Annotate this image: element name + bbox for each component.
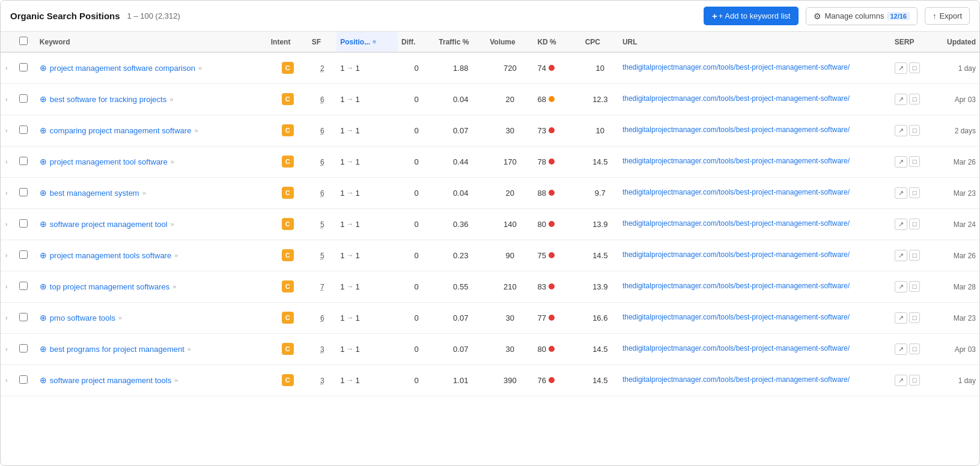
url-link[interactable]: thedigitalprojectmanager.com/tools/best-… [622, 219, 887, 229]
manage-columns-button[interactable]: ⚙ Manage columns 12/16 [806, 7, 918, 25]
row-keyword-cell: ⊕ project management tool software » [36, 146, 267, 177]
row-kd-cell: 78 [534, 146, 581, 177]
serp-external-link-button[interactable]: ↗ [895, 156, 907, 168]
url-link[interactable]: thedigitalprojectmanager.com/tools/best-… [622, 126, 887, 135]
url-link[interactable]: thedigitalprojectmanager.com/tools/best-… [622, 250, 887, 260]
th-diff[interactable]: Diff. [398, 32, 435, 52]
keyword-link[interactable]: pmo software tools [50, 313, 115, 322]
serp-external-link-button[interactable]: ↗ [895, 94, 907, 105]
expand-row-button[interactable]: › [4, 282, 8, 291]
add-to-keyword-list-button[interactable]: + + Add to keyword list [704, 7, 799, 25]
keyword-link[interactable]: top project management softwares [50, 282, 169, 291]
row-checkbox[interactable] [19, 219, 28, 228]
keyword-link[interactable]: project management tool software [50, 157, 168, 166]
keyword-link[interactable]: best programs for project management [50, 345, 184, 354]
row-checkbox[interactable] [19, 157, 28, 165]
th-cpc[interactable]: CPC [582, 32, 619, 52]
th-updated[interactable]: Updated [932, 32, 979, 52]
serp-external-link-button[interactable]: ↗ [895, 62, 907, 74]
th-serp[interactable]: SERP [891, 32, 932, 52]
serp-external-link-button[interactable]: ↗ [895, 187, 907, 199]
row-checkbox[interactable] [19, 344, 28, 353]
th-keyword[interactable]: Keyword [36, 32, 267, 52]
intent-badge: C [282, 249, 294, 261]
keyword-link[interactable]: project management tools software [50, 251, 171, 260]
expand-row-button[interactable]: › [4, 376, 8, 385]
th-traffic[interactable]: Traffic % [435, 32, 486, 52]
expand-row-button[interactable]: › [4, 157, 8, 166]
keyword-link[interactable]: best software for tracking projects [50, 95, 166, 104]
th-position[interactable]: Positio... ≡ [336, 32, 398, 52]
row-checkbox[interactable] [19, 250, 28, 259]
serp-external-link-button[interactable]: ↗ [895, 125, 907, 136]
row-checkbox[interactable] [19, 188, 28, 196]
screenshot-icon: □ [913, 220, 917, 228]
row-checkbox[interactable] [19, 126, 28, 134]
row-checkbox[interactable] [19, 63, 28, 71]
serp-screenshot-button[interactable]: □ [909, 62, 921, 73]
serp-external-link-button[interactable]: ↗ [895, 281, 907, 292]
sf-value: 3 [320, 377, 324, 385]
expand-row-button[interactable]: › [4, 95, 8, 104]
updated-value: Mar 24 [954, 220, 976, 229]
position-arrow-icon: → [346, 126, 353, 135]
expand-row-button[interactable]: › [4, 220, 8, 229]
keyword-link[interactable]: software project management tools [50, 376, 171, 385]
th-url[interactable]: URL [619, 32, 891, 52]
expand-row-button[interactable]: › [4, 64, 8, 73]
export-button[interactable]: ↑ Export [925, 7, 970, 25]
url-link[interactable]: thedigitalprojectmanager.com/tools/best-… [622, 282, 887, 291]
serp-external-link-button[interactable]: ↗ [895, 250, 907, 261]
serp-screenshot-button[interactable]: □ [909, 187, 921, 198]
serp-external-link-button[interactable]: ↗ [895, 219, 907, 230]
kd-dot-icon [549, 65, 555, 71]
row-kd-cell: 80 [534, 208, 581, 240]
expand-row-button[interactable]: › [4, 313, 8, 322]
serp-screenshot-button[interactable]: □ [909, 312, 921, 323]
row-checkbox[interactable] [19, 313, 28, 321]
serp-screenshot-button[interactable]: □ [909, 250, 921, 261]
row-volume-cell: 210 [486, 271, 534, 302]
serp-external-link-button[interactable]: ↗ [895, 343, 907, 355]
updated-value: Apr 03 [955, 95, 976, 104]
position-to: 1 [355, 345, 359, 354]
url-link[interactable]: thedigitalprojectmanager.com/tools/best-… [622, 344, 887, 354]
row-checkbox[interactable] [19, 94, 28, 103]
kd-dot-icon [549, 127, 555, 133]
keyword-link[interactable]: comparing project management software [50, 126, 192, 135]
expand-row-button[interactable]: › [4, 126, 8, 135]
serp-external-link-button[interactable]: ↗ [895, 375, 907, 386]
serp-screenshot-button[interactable]: □ [909, 281, 921, 292]
th-kd[interactable]: KD % [534, 32, 581, 52]
keyword-link[interactable]: project management software comparison [50, 64, 195, 73]
th-intent[interactable]: Intent [267, 32, 308, 52]
expand-row-button[interactable]: › [4, 345, 8, 354]
select-all-checkbox[interactable] [19, 37, 28, 45]
serp-external-link-button[interactable]: ↗ [895, 312, 907, 324]
url-link[interactable]: thedigitalprojectmanager.com/tools/best-… [622, 188, 887, 198]
serp-screenshot-button[interactable]: □ [909, 375, 921, 386]
row-checkbox-cell [16, 52, 36, 83]
row-sf-cell: 5 [308, 208, 337, 240]
url-link[interactable]: thedigitalprojectmanager.com/tools/best-… [622, 157, 887, 166]
keyword-link[interactable]: best management system [50, 189, 139, 198]
serp-screenshot-button[interactable]: □ [909, 343, 921, 354]
url-link[interactable]: thedigitalprojectmanager.com/tools/best-… [622, 375, 887, 385]
serp-screenshot-button[interactable]: □ [909, 94, 921, 104]
url-link[interactable]: thedigitalprojectmanager.com/tools/best-… [622, 94, 887, 104]
expand-row-button[interactable]: › [4, 189, 8, 198]
expand-row-button[interactable]: › [4, 251, 8, 260]
serp-screenshot-button[interactable]: □ [909, 219, 921, 229]
row-checkbox[interactable] [19, 282, 28, 290]
th-volume[interactable]: Volume [486, 32, 534, 52]
url-link[interactable]: thedigitalprojectmanager.com/tools/best-… [622, 63, 887, 73]
serp-screenshot-button[interactable]: □ [909, 125, 921, 136]
serp-screenshot-button[interactable]: □ [909, 156, 921, 167]
updated-value: Mar 26 [954, 252, 976, 260]
url-link[interactable]: thedigitalprojectmanager.com/tools/best-… [622, 313, 887, 322]
keyword-link[interactable]: software project management tool [50, 220, 168, 229]
row-checkbox[interactable] [19, 375, 28, 384]
th-sf[interactable]: SF [308, 32, 337, 52]
kd-value: 80 [537, 345, 546, 354]
row-traffic-cell: 0.04 [435, 83, 486, 115]
